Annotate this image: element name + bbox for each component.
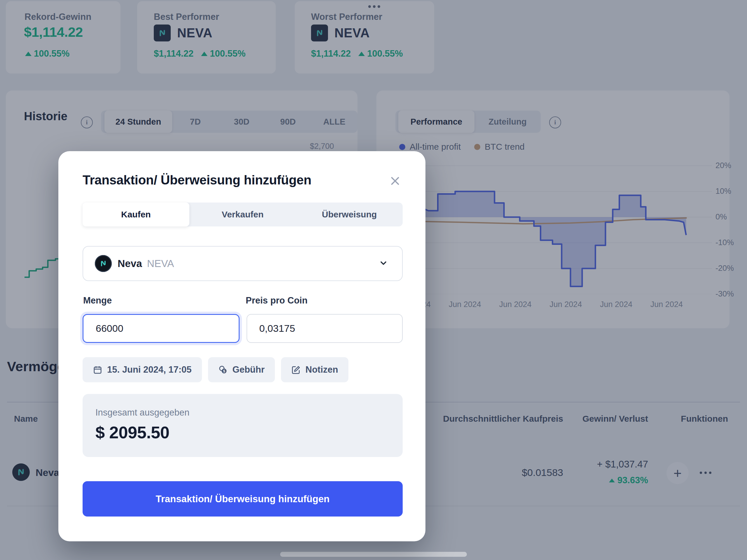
modal-title: Transaktion/ Überweisung hinzufügen <box>83 173 311 187</box>
option-chips: 15. Juni 2024, 17:05 $ Gebühr Notizen <box>83 357 349 382</box>
neva-logo-icon <box>95 255 112 272</box>
selected-coin-symbol: NEVA <box>147 258 174 269</box>
amount-price-row <box>83 314 403 343</box>
tab-ueberweisung[interactable]: Überweisung <box>296 203 403 226</box>
app-screen: Rekord-Gewinn $1,114.22 100.55% Best Per… <box>0 0 747 560</box>
amount-input[interactable] <box>83 314 239 343</box>
calendar-icon <box>93 365 102 375</box>
edit-note-icon <box>291 365 301 375</box>
date-chip[interactable]: 15. Juni 2024, 17:05 <box>83 357 202 382</box>
coin-select[interactable]: Neva NEVA <box>83 246 403 281</box>
tab-verkaufen[interactable]: Verkaufen <box>189 203 296 226</box>
submit-transaction-button[interactable]: Transaktion/ Überweisung hinzufügen <box>83 481 403 516</box>
tab-kaufen[interactable]: Kaufen <box>83 203 189 226</box>
total-label: Insgesamt ausgegeben <box>96 407 189 418</box>
total-spent-box: Insgesamt ausgegeben $ 2095.50 <box>83 394 403 457</box>
close-icon[interactable] <box>389 175 402 187</box>
selected-coin-name: Neva <box>118 258 142 269</box>
amount-label: Menge <box>83 295 112 306</box>
price-input[interactable] <box>247 314 403 343</box>
total-value: $ 2095.50 <box>96 423 170 442</box>
add-transaction-modal: Transaktion/ Überweisung hinzufügen Kauf… <box>58 151 426 541</box>
price-label: Preis pro Coin <box>246 295 308 306</box>
transaction-type-tabs: Kaufen Verkaufen Überweisung <box>83 203 403 226</box>
svg-text:$: $ <box>223 369 225 373</box>
fee-chip[interactable]: $ Gebühr <box>208 357 275 382</box>
notes-chip[interactable]: Notizen <box>281 357 349 382</box>
fee-coins-icon: $ <box>218 365 228 375</box>
chevron-down-icon <box>379 258 388 269</box>
horizontal-scrollbar[interactable] <box>280 552 467 557</box>
